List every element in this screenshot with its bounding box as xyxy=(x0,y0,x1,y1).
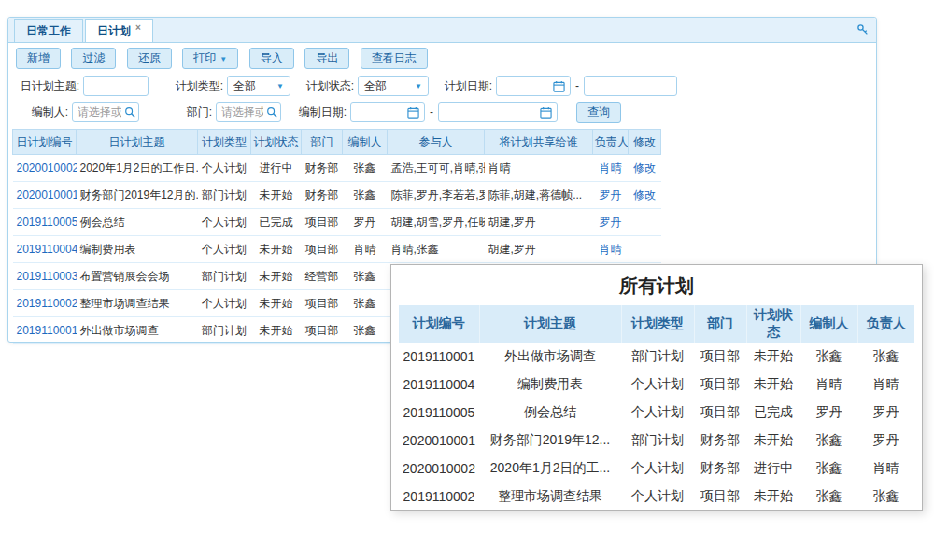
plan-date-label: 计划日期: xyxy=(438,78,492,94)
plan-no-link[interactable]: 2019110003 xyxy=(17,270,77,283)
plan-no-link[interactable]: 2019110005 xyxy=(17,216,77,229)
creator-cell: 张鑫 xyxy=(343,155,388,182)
column-header: 修改 xyxy=(629,130,661,155)
plan-subject-cell: 财务部门2019年12月的... xyxy=(77,182,198,209)
share-with-cell: 肖晴 xyxy=(485,155,593,182)
tab-daily-work[interactable]: 日常工作 xyxy=(14,19,83,42)
range-separator: - xyxy=(575,79,579,92)
plan-type-select[interactable]: 全部 ▼ xyxy=(227,76,290,96)
table-row[interactable]: 2019110004编制费用表个人计划项目部未开始肖晴肖晴 xyxy=(399,371,914,399)
plan-no-cell: 2019110004 xyxy=(13,236,77,263)
modify-cell xyxy=(629,236,661,263)
plan-no-cell: 2020010001 xyxy=(399,427,479,455)
department-cell: 项目部 xyxy=(694,483,746,511)
plan-type-cell: 部门计划 xyxy=(198,182,251,209)
select-value: 全部 xyxy=(364,78,387,94)
popup-title: 所有计划 xyxy=(391,265,922,305)
table-header-row: 计划编号 计划主题 计划类型 部门 计划状态 编制人 负责人 xyxy=(399,305,914,343)
filter-button[interactable]: 过滤 xyxy=(71,48,116,69)
chevron-down-icon: ▼ xyxy=(219,55,227,63)
department-cell: 项目部 xyxy=(302,317,343,344)
create-date-start-input[interactable] xyxy=(350,102,425,122)
plan-subject-cell: 财务部门2019年12... xyxy=(479,427,621,455)
table-row[interactable]: 20200100022020年1月2日的工...个人计划财务部进行中张鑫肖晴 xyxy=(399,455,914,483)
owner-link[interactable]: 罗丹 xyxy=(600,216,622,229)
key-icon[interactable] xyxy=(856,23,869,35)
creator-cell: 张鑫 xyxy=(800,343,857,371)
plan-no-cell: 2019110004 xyxy=(399,371,479,399)
plan-status-select[interactable]: 全部 ▼ xyxy=(358,76,429,96)
department-cell: 项目部 xyxy=(694,399,746,427)
share-with-cell: 胡建,罗丹 xyxy=(485,236,593,263)
filter-row-2: 编制人: 部门: 编制日期: - xyxy=(8,99,876,125)
import-button[interactable]: 导入 xyxy=(249,48,294,69)
owner-link[interactable]: 肖晴 xyxy=(600,243,622,256)
view-log-button[interactable]: 查看日志 xyxy=(361,48,428,69)
participants-cell: 胡建,胡雪,罗丹,任晓... xyxy=(388,209,485,236)
plan-subject-cell: 整理市场调查结果 xyxy=(77,290,198,317)
table-row[interactable]: 20200100022020年1月2日的工作日...个人计划进行中财务部张鑫孟浩… xyxy=(13,155,661,182)
plan-no-link[interactable]: 2019110004 xyxy=(17,243,77,256)
column-header: 部门 xyxy=(302,130,343,155)
add-button[interactable]: 新增 xyxy=(16,48,61,69)
table-row[interactable]: 2019110005例会总结个人计划项目部已完成罗丹罗丹 xyxy=(399,399,914,427)
tab-daily-plan[interactable]: 日计划 × xyxy=(85,19,153,42)
print-button[interactable]: 打印▼ xyxy=(182,48,238,69)
plan-date-start-input[interactable] xyxy=(496,76,571,96)
column-header: 日计划主题 xyxy=(77,130,198,155)
table-row[interactable]: 2019110005例会总结个人计划已完成项目部罗丹胡建,胡雪,罗丹,任晓...… xyxy=(13,209,661,236)
department-cell: 财务部 xyxy=(694,455,746,483)
creator-cell: 张鑫 xyxy=(343,182,388,209)
plan-type-cell: 部门计划 xyxy=(198,263,251,290)
creator-search xyxy=(72,102,139,122)
plan-date-end-input[interactable] xyxy=(584,76,677,96)
plan-no-cell: 2019110003 xyxy=(13,263,77,290)
table-row[interactable]: 2020010001财务部门2019年12...部门计划财务部未开始张鑫罗丹 xyxy=(399,427,914,455)
all-plans-table-body: 2019110001外出做市场调查部门计划项目部未开始张鑫张鑫201911000… xyxy=(399,343,914,511)
tab-bar: 日常工作 日计划 × xyxy=(8,18,876,43)
owner-link[interactable]: 肖晴 xyxy=(600,161,622,175)
table-row[interactable]: 2019110001外出做市场调查部门计划项目部未开始张鑫张鑫 xyxy=(399,343,914,371)
export-button[interactable]: 导出 xyxy=(304,48,349,69)
table-row[interactable]: 2019110002整理市场调查结果个人计划项目部未开始张鑫张鑫 xyxy=(399,483,914,511)
plan-no-link[interactable]: 2020010002 xyxy=(17,161,77,175)
owner-link[interactable]: 罗丹 xyxy=(600,189,622,202)
owner-cell: 肖晴 xyxy=(593,236,629,263)
plan-status-cell: 已完成 xyxy=(251,209,302,236)
creator-cell: 肖晴 xyxy=(343,236,388,263)
plan-subject-label: 日计划主题: xyxy=(12,78,79,94)
plan-subject-input[interactable] xyxy=(83,76,149,96)
desktop: 日常工作 日计划 × 新增 过滤 还原 打印▼ 导入 导出 查看日志 日计划主 xyxy=(0,0,934,560)
plan-type-cell: 个人计划 xyxy=(198,290,251,317)
plan-type-cell: 部门计划 xyxy=(198,317,251,344)
column-header: 计划状态 xyxy=(251,130,302,155)
plan-status-cell: 未开始 xyxy=(251,290,302,317)
plan-no-link[interactable]: 2019110001 xyxy=(17,324,77,337)
plan-status-cell: 未开始 xyxy=(251,263,302,290)
table-row[interactable]: 2019110004编制费用表个人计划未开始项目部肖晴肖晴,张鑫胡建,罗丹肖晴 xyxy=(13,236,661,263)
plan-type-cell: 个人计划 xyxy=(198,155,251,182)
department-cell: 财务部 xyxy=(302,182,343,209)
plan-type-cell: 部门计划 xyxy=(621,427,694,455)
table-header-row: 日计划编号 日计划主题 计划类型 计划状态 部门 编制人 参与人 将计划共享给谁… xyxy=(13,130,661,155)
modify-link[interactable]: 修改 xyxy=(633,189,656,202)
modify-link[interactable]: 修改 xyxy=(633,161,656,175)
plan-no-link[interactable]: 2019110002 xyxy=(17,297,77,310)
plan-status-cell: 未开始 xyxy=(251,236,302,263)
table-row[interactable]: 2020010001财务部门2019年12月的...部门计划未开始财务部张鑫陈菲… xyxy=(13,182,661,209)
search-icon xyxy=(124,106,135,118)
creator-cell: 张鑫 xyxy=(800,483,857,511)
plan-no-link[interactable]: 2020010001 xyxy=(17,189,77,202)
all-plans-table: 计划编号 计划主题 计划类型 部门 计划状态 编制人 负责人 201911000… xyxy=(399,305,914,511)
column-header: 计划类型 xyxy=(198,130,251,155)
create-date-end-input[interactable] xyxy=(438,102,558,122)
plan-no-cell: 2020010001 xyxy=(13,182,77,209)
restore-button[interactable]: 还原 xyxy=(127,48,172,69)
close-icon[interactable]: × xyxy=(135,22,141,33)
owner-cell: 罗丹 xyxy=(857,427,914,455)
select-value: 全部 xyxy=(234,78,256,94)
department-cell: 项目部 xyxy=(302,236,343,263)
owner-cell: 罗丹 xyxy=(593,182,629,209)
query-button[interactable]: 查询 xyxy=(576,102,621,123)
department-cell: 项目部 xyxy=(302,290,343,317)
